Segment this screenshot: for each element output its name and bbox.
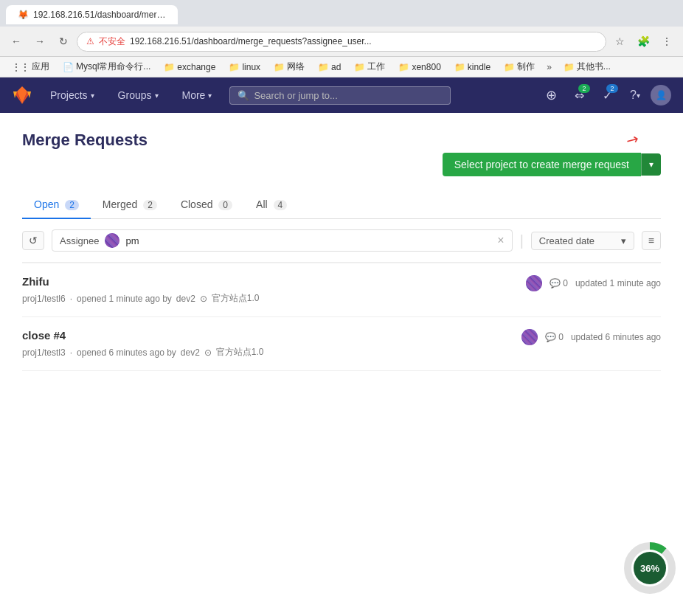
user-avatar[interactable]: 👤: [651, 85, 671, 105]
mr-author[interactable]: dev2: [181, 347, 200, 358]
bookmark-ad[interactable]: 📁 ad: [312, 60, 347, 74]
mr-assignee-avatar: [526, 275, 542, 291]
filter-assignee-box[interactable]: Assignee pm ×: [52, 229, 513, 252]
tab-bar: 🦊 192.168.216.51/dashboard/merge_request…: [0, 0, 683, 27]
bookmark-apps[interactable]: ⋮⋮ 应用: [6, 59, 55, 75]
mr-project-path[interactable]: proj1/testl3: [22, 347, 66, 358]
projects-nav-item[interactable]: Projects ▾: [44, 77, 100, 113]
bookmark-apps-label: 应用: [32, 60, 49, 73]
bookmark-xen800[interactable]: 📁 xen800: [392, 60, 446, 74]
filter-sort-dropdown[interactable]: Created date ▾: [531, 232, 634, 250]
bookmark-other-label: 其他书...: [577, 60, 611, 73]
bookmark-mysql[interactable]: 📄 Mysql常用命令行...: [57, 59, 156, 75]
back-button[interactable]: ←: [6, 31, 27, 52]
bookmark-linux-icon: 📁: [229, 62, 240, 72]
bookmark-work[interactable]: 📁 工作: [348, 59, 391, 75]
more-caret-icon: ▾: [208, 91, 212, 100]
comment-count: 0: [558, 332, 564, 342]
bookmark-network-label: 网络: [287, 60, 305, 73]
projects-caret-icon: ▾: [91, 91, 94, 100]
help-button[interactable]: ? ▾: [623, 83, 648, 108]
bookmark-ad-label: ad: [331, 62, 341, 72]
assignee-name: pm: [125, 235, 139, 246]
mr-dot-separator: ·: [70, 347, 72, 358]
assignee-label: Assignee: [60, 235, 99, 246]
mr-title[interactable]: close #4: [22, 329, 513, 342]
merge-requests-button[interactable]: ⇔ 2: [566, 83, 592, 108]
header-actions: ⊕ ⇔ 2 ✓ 2 ? ▾ 👤: [538, 83, 671, 108]
tab-closed[interactable]: Closed 0: [169, 191, 244, 219]
progress-svg: 36%: [624, 542, 676, 594]
groups-label: Groups: [118, 89, 152, 101]
bookmark-kindle[interactable]: 📁 kindle: [448, 60, 496, 74]
gitlab-header: Projects ▾ Groups ▾ More ▾ 🔍 Search or j…: [0, 77, 683, 113]
tab-open-count: 2: [65, 200, 79, 210]
bookmark-network[interactable]: 📁 网络: [268, 59, 311, 75]
mr-dot-separator: ·: [70, 294, 72, 304]
more-label: More: [182, 89, 206, 101]
groups-nav-item[interactable]: Groups ▾: [112, 77, 164, 113]
bookmark-produce[interactable]: 📁 制作: [498, 59, 541, 75]
merge-request-item: close #4 proj1/testl3 · opened 6 minutes…: [22, 317, 661, 371]
header-search[interactable]: 🔍 Search or jump to...: [229, 86, 451, 105]
refresh-button[interactable]: ↻: [53, 31, 74, 52]
tab-all-count: 4: [274, 200, 288, 210]
mr-meta: proj1/testl3 · opened 6 minutes ago by d…: [22, 346, 513, 359]
create-merge-request-button[interactable]: Select project to create merge request: [443, 153, 641, 176]
mr-comments: 💬 0: [549, 278, 568, 288]
tab-closed-label: Closed: [181, 198, 213, 210]
projects-label: Projects: [50, 89, 88, 101]
issues-badge: 2: [606, 84, 618, 93]
bookmark-other[interactable]: 📁 其他书...: [558, 59, 617, 75]
filter-reset-button[interactable]: ↺: [22, 231, 44, 250]
bookmark-kindle-label: kindle: [468, 62, 490, 72]
mr-project-path[interactable]: proj1/testl6: [22, 294, 66, 304]
menu-button[interactable]: ⋮: [656, 31, 677, 52]
mr-milestone-icon: ⊙: [200, 294, 207, 304]
security-warning-icon: ⚠: [86, 36, 94, 46]
bookmark-ad-icon: 📁: [318, 62, 329, 72]
filter-divider: |: [520, 232, 524, 249]
bookmarks-bar: ⋮⋮ 应用 📄 Mysql常用命令行... 📁 exchange 📁 linux…: [0, 57, 683, 77]
new-item-button[interactable]: ⊕: [538, 83, 564, 108]
mr-assignee-avatar: [521, 329, 538, 345]
gitlab-logo[interactable]: [12, 85, 32, 105]
bookmarks-more-button[interactable]: »: [542, 60, 556, 74]
bookmark-exchange[interactable]: 📁 exchange: [158, 60, 221, 74]
mr-comments: 💬 0: [545, 332, 564, 342]
issues-button[interactable]: ✓ 2: [594, 83, 620, 108]
extensions-button[interactable]: 🧩: [633, 31, 653, 52]
comment-icon: 💬: [549, 278, 561, 288]
progress-widget: 36%: [624, 542, 683, 601]
merge-request-item: Zhifu proj1/testl6 · opened 1 minute ago…: [22, 263, 661, 317]
filter-sort-order-button[interactable]: ≡: [642, 231, 661, 250]
bookmark-work-icon: 📁: [354, 62, 365, 72]
tab-all[interactable]: All 4: [244, 191, 299, 219]
security-warning-text: 不安全: [99, 35, 125, 48]
mr-assignee-avatar-image: [521, 329, 538, 345]
tab-open-label: Open: [34, 198, 59, 210]
create-merge-request-dropdown-button[interactable]: ▾: [641, 153, 661, 176]
mr-author[interactable]: dev2: [176, 294, 195, 304]
bookmark-star-button[interactable]: ☆: [609, 31, 630, 52]
tab-merged-label: Merged: [103, 198, 137, 210]
mr-opened-text: opened 6 minutes ago by: [77, 347, 176, 358]
mr-updated: updated 6 minutes ago: [571, 332, 661, 342]
more-nav-item[interactable]: More ▾: [176, 77, 218, 113]
bookmark-linux-label: linux: [242, 62, 260, 72]
progress-circle-container: 36%: [624, 542, 676, 594]
tab-merged[interactable]: Merged 2: [91, 191, 169, 219]
forward-button[interactable]: →: [30, 31, 50, 52]
comment-count: 0: [563, 278, 568, 288]
bookmark-linux[interactable]: 📁 linux: [223, 60, 266, 74]
address-bar[interactable]: ⚠ 不安全 192.168.216.51/dashboard/merge_req…: [77, 32, 606, 52]
active-tab[interactable]: 🦊 192.168.216.51/dashboard/merge_request…: [6, 5, 178, 24]
mr-updated: updated 1 minute ago: [575, 278, 661, 288]
bookmark-exchange-icon: 📁: [164, 62, 175, 72]
tab-favicon: 🦊: [18, 10, 29, 20]
mr-title[interactable]: Zhifu: [22, 275, 513, 288]
tab-open[interactable]: Open 2: [22, 191, 91, 219]
assignee-clear-button[interactable]: ×: [497, 235, 504, 246]
nav-extras: ☆ 🧩 ⋮: [609, 31, 677, 52]
mr-milestone-icon: ⊙: [204, 347, 212, 358]
